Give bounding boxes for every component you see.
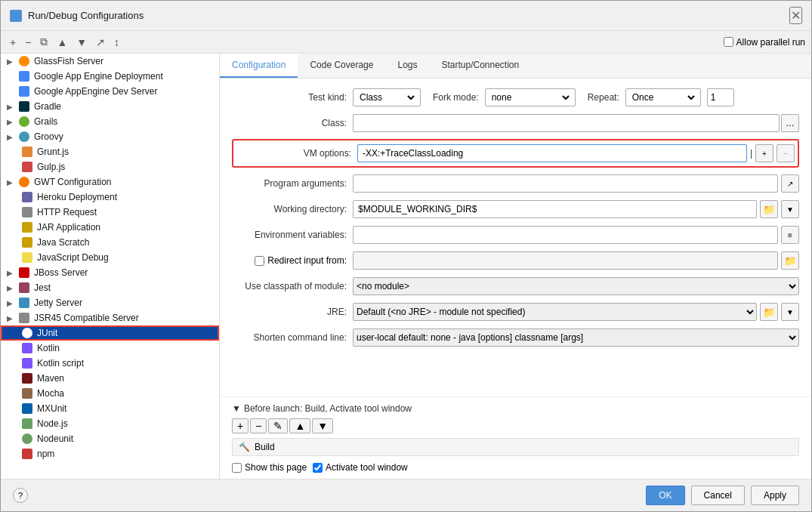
classpath-control: <no module> bbox=[353, 277, 799, 295]
working-dir-row: Working directory: 📁 ▼ bbox=[232, 199, 799, 219]
activate-tool-window-checkbox[interactable] bbox=[313, 463, 323, 473]
tab-configuration[interactable]: Configuration bbox=[220, 54, 298, 78]
move-config-button[interactable]: ↗ bbox=[93, 35, 108, 50]
vm-options-collapse-button[interactable]: − bbox=[776, 144, 795, 162]
sidebar-item-groovy[interactable]: ▶ Groovy bbox=[1, 129, 219, 144]
sidebar-item-kotlin[interactable]: Kotlin bbox=[1, 341, 219, 356]
sidebar-item-mxunit[interactable]: MXUnit bbox=[1, 401, 219, 416]
sidebar-item-grails[interactable]: ▶ Grails bbox=[1, 114, 219, 129]
remove-config-button[interactable]: − bbox=[22, 35, 34, 50]
program-args-input[interactable] bbox=[353, 174, 778, 193]
move-up-button[interactable]: ▲ bbox=[54, 35, 70, 50]
redirect-input[interactable] bbox=[353, 251, 778, 270]
expand-arrow-jest: ▶ bbox=[7, 284, 14, 292]
redirect-label: Redirect input from: bbox=[267, 255, 347, 266]
before-launch-add-button[interactable]: + bbox=[232, 418, 249, 433]
test-kind-dropdown[interactable]: Class Method Pattern bbox=[357, 91, 417, 103]
working-dir-browse-button[interactable]: 📁 bbox=[760, 200, 778, 218]
allow-parallel-checkbox[interactable] bbox=[724, 37, 733, 47]
tab-code-coverage[interactable]: Code Coverage bbox=[298, 54, 385, 78]
program-args-control: ↗ bbox=[353, 174, 799, 193]
repeat-count-input[interactable] bbox=[707, 88, 734, 106]
before-launch-down-button[interactable]: ▼ bbox=[312, 418, 333, 433]
sidebar-item-nodejs[interactable]: Node.js bbox=[1, 416, 219, 431]
classpath-select[interactable]: <no module> bbox=[353, 277, 799, 295]
vm-options-input[interactable] bbox=[357, 144, 747, 162]
sidebar-item-jar[interactable]: JAR Application bbox=[1, 220, 219, 235]
redirect-browse-button[interactable]: 📁 bbox=[781, 251, 799, 270]
class-input[interactable] bbox=[353, 114, 780, 132]
java-scratch-icon bbox=[22, 237, 32, 248]
copy-config-button[interactable]: ⧉ bbox=[37, 34, 51, 50]
sidebar-item-http[interactable]: HTTP Request bbox=[1, 205, 219, 220]
close-button[interactable]: ✕ bbox=[789, 7, 802, 24]
sidebar-item-glassfish[interactable]: ▶ GlassFish Server bbox=[1, 54, 219, 69]
working-dir-expand-button[interactable]: ▼ bbox=[781, 200, 799, 218]
sidebar-item-javascript-debug[interactable]: JavaScript Debug bbox=[1, 250, 219, 265]
help-button[interactable]: ? bbox=[13, 488, 28, 503]
repeat-dropdown[interactable]: Once N Times Until Failure Until Stop bbox=[629, 91, 697, 103]
before-launch-remove-button[interactable]: − bbox=[250, 418, 267, 433]
tab-startup-connection[interactable]: Startup/Connection bbox=[429, 54, 531, 78]
jre-expand-button[interactable]: ▼ bbox=[781, 303, 799, 321]
cancel-button[interactable]: Cancel bbox=[691, 486, 745, 505]
ok-button[interactable]: OK bbox=[646, 486, 684, 505]
jre-row: JRE: Default (<no JRE> - module not spec… bbox=[232, 302, 799, 322]
classpath-row: Use classpath of module: <no module> bbox=[232, 276, 799, 296]
sidebar-item-junit[interactable]: JUnit bbox=[1, 325, 219, 341]
sidebar-item-grunt[interactable]: Grunt.js bbox=[1, 144, 219, 159]
classpath-label: Use classpath of module: bbox=[232, 281, 353, 291]
jre-label: JRE: bbox=[232, 307, 353, 317]
apply-button[interactable]: Apply bbox=[751, 486, 799, 505]
vm-options-control: | + − bbox=[357, 144, 795, 162]
sidebar-item-google-appengine-dev[interactable]: Google AppEngine Dev Server bbox=[1, 84, 219, 99]
move-down-button[interactable]: ▼ bbox=[73, 35, 90, 50]
main-content: ▶ GlassFish Server Google App Engine Dep… bbox=[1, 54, 811, 479]
show-page-label: Show this page bbox=[232, 462, 307, 473]
sidebar-item-maven[interactable]: Maven bbox=[1, 371, 219, 386]
shorten-select[interactable]: user-local default: none - java [options… bbox=[353, 328, 799, 347]
sidebar-item-jest[interactable]: ▶ Jest bbox=[1, 280, 219, 295]
sidebar-item-gulp[interactable]: Gulp.js bbox=[1, 159, 219, 174]
footer-buttons: OK Cancel Apply bbox=[646, 486, 799, 505]
main-window: Run/Debug Configurations ✕ + − ⧉ ▲ ▼ ↗ ↕… bbox=[0, 0, 812, 512]
sidebar-item-npm[interactable]: npm bbox=[1, 446, 219, 461]
before-launch-header[interactable]: ▼ Before launch: Build, Activate tool wi… bbox=[232, 403, 799, 414]
vm-options-expand-button[interactable]: + bbox=[755, 144, 773, 162]
repeat-select[interactable]: Once N Times Until Failure Until Stop bbox=[625, 88, 701, 106]
fork-mode-select[interactable]: none method class bbox=[485, 88, 576, 106]
config-panel: Test kind: Class Method Pattern Fork mod… bbox=[220, 79, 811, 396]
fork-mode-dropdown[interactable]: none method class bbox=[489, 91, 572, 103]
before-launch-edit-button[interactable]: ✎ bbox=[268, 418, 288, 433]
jre-browse-button[interactable]: 📁 bbox=[760, 303, 778, 321]
show-page-checkbox[interactable] bbox=[232, 463, 242, 473]
sidebar-item-gwt[interactable]: ▶ GWT Configuration bbox=[1, 174, 219, 190]
sidebar-item-java-scratch[interactable]: Java Scratch bbox=[1, 235, 219, 250]
program-args-expand-button[interactable]: ↗ bbox=[781, 174, 799, 193]
heroku-icon bbox=[22, 192, 32, 202]
env-vars-input[interactable] bbox=[353, 226, 778, 244]
expand-arrow-gradle: ▶ bbox=[7, 103, 14, 111]
sidebar-item-jsr45[interactable]: ▶ JSR45 Compatible Server bbox=[1, 310, 219, 325]
class-browse-button[interactable]: … bbox=[781, 114, 799, 132]
sidebar-item-google-app-engine[interactable]: Google App Engine Deployment bbox=[1, 69, 219, 84]
before-launch-title: Before launch: Build, Activate tool wind… bbox=[244, 403, 412, 414]
before-launch-up-button[interactable]: ▲ bbox=[289, 418, 310, 433]
add-config-button[interactable]: + bbox=[7, 35, 19, 50]
working-dir-input[interactable] bbox=[353, 200, 757, 218]
jre-select[interactable]: Default (<no JRE> - module not specified… bbox=[353, 303, 757, 321]
sidebar-item-jetty[interactable]: ▶ Jetty Server bbox=[1, 295, 219, 310]
sidebar-item-mocha[interactable]: Mocha bbox=[1, 386, 219, 401]
env-vars-browse-button[interactable]: ≡ bbox=[781, 226, 799, 244]
sidebar-item-nodeunit[interactable]: Nodeunit bbox=[1, 431, 219, 446]
sidebar-item-heroku[interactable]: Heroku Deployment bbox=[1, 190, 219, 205]
sidebar-item-kotlin-script[interactable]: Kotlin script bbox=[1, 356, 219, 371]
sidebar-item-jboss[interactable]: ▶ JBoss Server bbox=[1, 265, 219, 280]
sort-config-button[interactable]: ↕ bbox=[111, 35, 122, 50]
grunt-icon bbox=[22, 147, 32, 157]
test-kind-select[interactable]: Class Method Pattern bbox=[353, 88, 421, 106]
sidebar-item-gradle[interactable]: ▶ Gradle bbox=[1, 99, 219, 114]
redirect-checkbox[interactable] bbox=[255, 256, 264, 266]
vm-options-label: VM options: bbox=[236, 148, 357, 159]
tab-logs[interactable]: Logs bbox=[385, 54, 429, 78]
